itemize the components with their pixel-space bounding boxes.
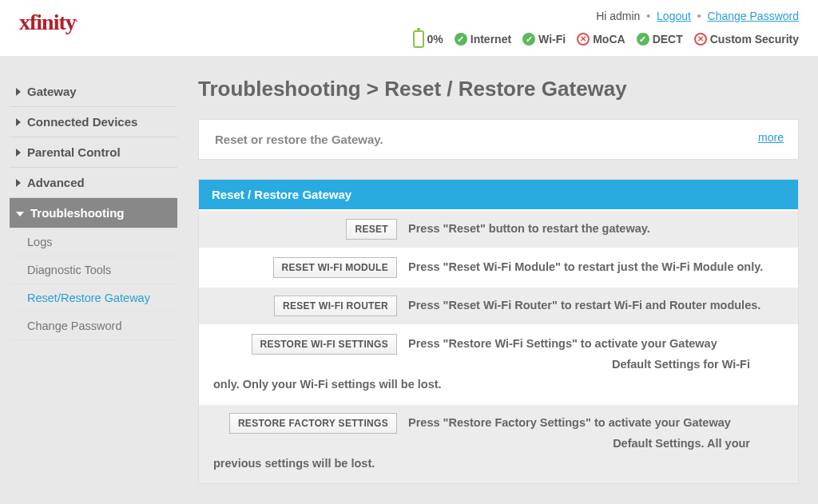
restore-wifi-desc-cont1: Default Settings for Wi-Fi: [199, 355, 798, 375]
chevron-right-icon: [16, 118, 21, 126]
restore-factory-desc-cont1: Default Settings. All your: [199, 434, 798, 454]
greeting-text: Hi admin: [596, 10, 640, 22]
check-icon: ✓: [455, 33, 467, 46]
restore-factory-desc-cont2: previous settings will be lost.: [199, 454, 798, 482]
intro-text: Reset or restore the Gateway.: [215, 133, 383, 146]
reset-section: Reset / Restore Gateway RESET Press "Res…: [198, 179, 799, 484]
restore-wifi-settings-row: RESTORE WI-FI SETTINGS Press "Restore Wi…: [199, 326, 798, 403]
chevron-down-icon: [16, 212, 24, 216]
chevron-right-icon: [16, 88, 21, 96]
sidebar-item-label: Gateway: [27, 85, 77, 98]
reset-wifi-router-button[interactable]: RESET WI-FI ROUTER: [274, 296, 397, 316]
main: Troubleshooting > Reset / Restore Gatewa…: [198, 77, 799, 503]
header-right: Hi admin • Logout • Change Password 0% ✓…: [407, 10, 799, 48]
restore-factory-settings-row: RESTORE FACTORY SETTINGS Press "Restore …: [199, 405, 798, 482]
sidebar-item-label: Troubleshooting: [30, 206, 125, 220]
sidebar-subnav: Logs Diagnostic Tools Reset/Restore Gate…: [10, 228, 177, 340]
reset-wifi-module-button[interactable]: RESET WI-FI MODULE: [273, 257, 397, 278]
logo: xfinity.: [19, 10, 77, 35]
reset-row: RESET Press "Reset" button to restart th…: [199, 211, 798, 248]
x-icon: ✕: [577, 33, 590, 46]
change-password-link[interactable]: Change Password: [708, 10, 799, 22]
content: Gateway Connected Devices Parental Contr…: [0, 56, 818, 503]
reset-desc: Press "Reset" button to restart the gate…: [408, 219, 784, 239]
status-dect: ✓ DECT: [637, 33, 683, 46]
reset-wifi-router-desc: Press "Reset Wi-Fi Router" to restart Wi…: [408, 296, 784, 315]
separator-dot: •: [646, 10, 650, 22]
reset-wifi-router-row: RESET WI-FI ROUTER Press "Reset Wi-Fi Ro…: [199, 288, 798, 324]
restore-wifi-desc-top: Press "Restore Wi-Fi Settings" to activa…: [408, 334, 784, 354]
battery-status: 0%: [413, 30, 443, 48]
subnav-diagnostic-tools[interactable]: Diagnostic Tools: [10, 256, 177, 284]
status-moca: ✕ MoCA: [577, 33, 625, 46]
check-icon: ✓: [637, 33, 649, 46]
sidebar-item-advanced[interactable]: Advanced: [10, 168, 177, 198]
sidebar-item-label: Advanced: [27, 176, 85, 189]
sidebar-item-label: Parental Control: [27, 145, 121, 159]
status-custom-security: ✕ Custom Security: [694, 33, 799, 46]
sidebar-item-parental-control[interactable]: Parental Control: [10, 137, 177, 168]
chevron-right-icon: [16, 179, 21, 187]
subnav-reset-restore[interactable]: Reset/Restore Gateway: [10, 284, 177, 312]
header: xfinity. Hi admin • Logout • Change Pass…: [0, 0, 818, 56]
sidebar-item-troubleshooting[interactable]: Troubleshooting: [10, 198, 177, 228]
sidebar-item-gateway[interactable]: Gateway: [10, 77, 177, 107]
restore-wifi-settings-button[interactable]: RESTORE WI-FI SETTINGS: [252, 334, 397, 355]
sidebar: Gateway Connected Devices Parental Contr…: [10, 77, 177, 503]
restore-factory-desc-top: Press "Restore Factory Settings" to acti…: [408, 413, 784, 433]
battery-percent: 0%: [427, 33, 443, 46]
reset-wifi-module-row: RESET WI-FI MODULE Press "Reset Wi-Fi Mo…: [199, 249, 798, 286]
subnav-logs[interactable]: Logs: [10, 228, 177, 256]
subnav-change-password[interactable]: Change Password: [10, 312, 177, 340]
status-internet: ✓ Internet: [455, 33, 511, 46]
more-link[interactable]: more: [758, 131, 784, 144]
header-user-line: Hi admin • Logout • Change Password: [407, 10, 799, 22]
restore-factory-settings-button[interactable]: RESTORE FACTORY SETTINGS: [229, 413, 397, 434]
x-icon: ✕: [694, 33, 707, 46]
intro-card: Reset or restore the Gateway. more: [198, 119, 799, 160]
logout-link[interactable]: Logout: [657, 10, 691, 22]
page-title: Troubleshooting > Reset / Restore Gatewa…: [198, 77, 799, 101]
section-header: Reset / Restore Gateway: [199, 180, 798, 209]
restore-wifi-desc-cont2: only. Only your Wi-Fi settings will be l…: [199, 375, 798, 403]
check-icon: ✓: [522, 33, 535, 46]
separator-dot: •: [697, 10, 701, 22]
sidebar-item-label: Connected Devices: [27, 115, 137, 129]
status-bar: 0% ✓ Internet ✓ Wi-Fi ✕ MoCA ✓ DECT ✕ Cu…: [407, 30, 799, 48]
reset-button[interactable]: RESET: [346, 219, 397, 240]
reset-wifi-module-desc: Press "Reset Wi-Fi Module" to restart ju…: [408, 257, 784, 277]
chevron-right-icon: [16, 149, 21, 157]
status-wifi: ✓ Wi-Fi: [522, 33, 566, 46]
sidebar-item-connected-devices[interactable]: Connected Devices: [10, 107, 177, 137]
battery-icon: [413, 30, 424, 48]
